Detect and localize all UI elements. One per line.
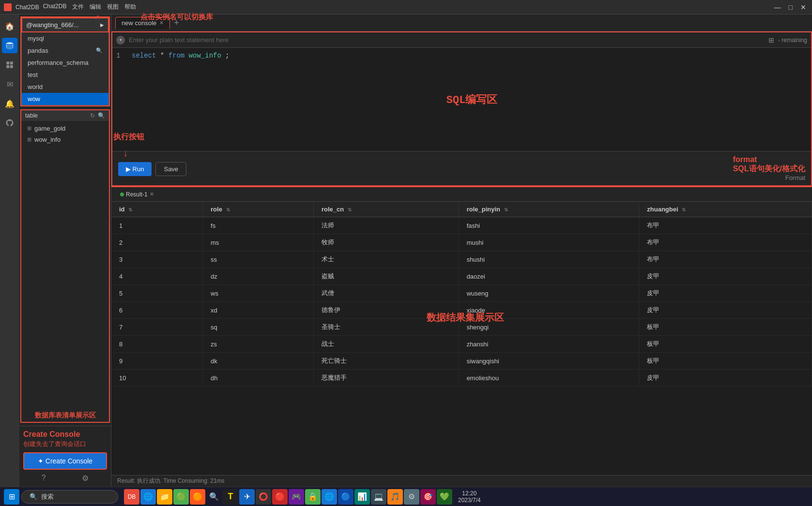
clock-time: 12:20 xyxy=(458,490,481,497)
menu-view[interactable]: 视图 xyxy=(107,3,119,11)
db-item-wow[interactable]: wow xyxy=(22,93,108,105)
db-item-pandas[interactable]: pandas 🔍 xyxy=(22,45,108,57)
taskbar-app-icons: DB 🌐 📁 🟢 🟠 🔍 T ✈ ⭕ 🔴 🎮 🔒 🌐 🔵 📊 💻 🎵 ⚙ 🎯 💚 xyxy=(124,489,452,505)
taskbar-search[interactable]: 🔍 搜索 xyxy=(21,490,118,504)
table-row: 3ss术士shushi布甲 xyxy=(111,251,812,268)
run-button[interactable]: ▶ Run xyxy=(118,162,152,176)
taskbar-icon-3[interactable]: 🟢 xyxy=(173,489,189,505)
col-header-role[interactable]: role ⇅ xyxy=(203,202,314,217)
sidebar-icon-bell[interactable]: 🔔 xyxy=(2,96,17,111)
start-button[interactable]: ⊞ xyxy=(4,489,19,505)
table-item-game-gold[interactable]: ⊞ game_gold xyxy=(21,123,109,134)
col-header-zhuangbei[interactable]: zhuangbei ⇅ xyxy=(639,202,812,217)
sidebar: 🏠 ✉ 🔔 @wangting_666/... ▶ xyxy=(0,15,111,487)
close-button[interactable]: ✕ xyxy=(798,3,808,11)
taskbar-search-icon-app[interactable]: 🔍 xyxy=(206,489,222,505)
taskbar-chat2db-icon[interactable]: DB xyxy=(124,489,139,505)
result-tab-1[interactable]: Result-1 ✕ xyxy=(115,189,159,200)
taskbar-icon-circle[interactable]: ⭕ xyxy=(256,489,271,505)
search-table-icon[interactable]: 🔍 xyxy=(98,112,105,119)
cell-role_pinyin: daozei xyxy=(459,268,639,285)
db-item-mysql[interactable]: mysql xyxy=(22,32,108,45)
code-editor[interactable]: 1 select * from wow_info ; SQL编写区 xyxy=(112,48,811,151)
add-tab-button[interactable]: + xyxy=(172,18,181,28)
sort-icon-zhuangbei: ⇅ xyxy=(682,207,686,212)
sidebar-icon-github[interactable] xyxy=(2,115,17,131)
cell-role_cn: 盗贼 xyxy=(313,268,459,285)
sql-editor-area: ✦ Enter your plain text statement here ⊞… xyxy=(111,31,812,186)
cell-role: ms xyxy=(203,234,314,251)
create-console-button[interactable]: ✦ Create Console xyxy=(23,452,107,470)
cell-zhuangbei: 布甲 xyxy=(639,234,812,251)
search-icon: 🔍 xyxy=(30,493,37,500)
db-item-test[interactable]: test xyxy=(22,69,108,81)
taskbar-t-icon[interactable]: T xyxy=(223,489,238,505)
maximize-button[interactable]: □ xyxy=(787,3,795,11)
result-table-container: 数据结果集展示区 id ⇅ role ⇅ xyxy=(111,202,812,475)
instance-header[interactable]: @wangting_666/... ▶ xyxy=(21,17,109,32)
sidebar-icon-mail[interactable]: ✉ xyxy=(2,76,17,92)
sidebar-panel: @wangting_666/... ▶ mysql pandas 🔍 xyxy=(19,15,111,487)
db-item-performance[interactable]: performance_schema xyxy=(22,57,108,69)
sidebar-icon-db[interactable] xyxy=(2,38,17,53)
taskbar-icon-12[interactable]: 🎯 xyxy=(420,489,436,505)
status-text: Result: 执行成功. Time Consuming: 21ms xyxy=(117,477,225,485)
sidebar-icon-query[interactable] xyxy=(2,57,17,73)
taskbar-icon-game[interactable]: 🎮 xyxy=(289,489,304,505)
app-name: Chat2DB xyxy=(15,4,39,11)
taskbar-edge-icon[interactable]: 🌐 xyxy=(140,489,156,505)
svg-rect-3 xyxy=(6,65,9,68)
cell-role: xd xyxy=(203,302,314,319)
cell-role_cn: 牧师 xyxy=(313,234,459,251)
console-tab-new[interactable]: new console ✕ xyxy=(115,17,170,29)
col-header-role-pinyin[interactable]: role_pinyin ⇅ xyxy=(459,202,639,217)
db-dropdown: mysql pandas 🔍 performance_schema test xyxy=(21,32,109,105)
table-name-2: wow_info xyxy=(34,136,61,143)
table-row: 7sq圣骑士shengqi板甲 xyxy=(111,319,812,336)
settings-icon[interactable]: ⚙ xyxy=(82,474,89,483)
col-header-id[interactable]: id ⇅ xyxy=(111,202,203,217)
result-table: id ⇅ role ⇅ role_cn ⇅ xyxy=(111,202,812,387)
cell-role_pinyin: xiaode xyxy=(459,302,639,319)
table-row: 9dk死亡骑士siwangqishi板甲 xyxy=(111,353,812,370)
help-icon[interactable]: ? xyxy=(42,474,46,483)
db-item-world[interactable]: world xyxy=(22,81,108,93)
tab-close-icon[interactable]: ✕ xyxy=(159,20,164,26)
menu-edit[interactable]: 编辑 xyxy=(90,3,101,11)
taskbar-icon-10[interactable]: 🎵 xyxy=(387,489,403,505)
result-tab-close[interactable]: ✕ xyxy=(150,191,154,197)
title-bar-left: Chat2DB Chat2DB 文件 编辑 视图 帮助 xyxy=(4,3,136,11)
code-star: * xyxy=(160,52,169,60)
title-bar: Chat2DB Chat2DB 文件 编辑 视图 帮助 — □ ✕ xyxy=(0,0,812,15)
taskbar-icon-11[interactable]: ⚙ xyxy=(404,489,419,505)
menu-chat2db[interactable]: Chat2DB xyxy=(43,3,67,11)
format-button[interactable]: Format xyxy=(785,174,805,181)
table-item-wow-info[interactable]: ⊞ wow_info xyxy=(21,134,109,145)
col-header-role-cn[interactable]: role_cn ⇅ xyxy=(313,202,459,217)
cell-role: dz xyxy=(203,268,314,285)
line-number: 1 xyxy=(116,52,126,60)
taskbar-icon-9[interactable]: 💻 xyxy=(371,489,386,505)
taskbar-plane-icon[interactable]: ✈ xyxy=(239,489,255,505)
db-table-annotation: 数据库表清单展示区 xyxy=(21,409,109,422)
sidebar-icon-home[interactable]: 🏠 xyxy=(2,18,17,34)
refresh-icon[interactable]: ↻ xyxy=(90,112,95,119)
taskbar-icon-8[interactable]: 📊 xyxy=(354,489,370,505)
menu-help[interactable]: 帮助 xyxy=(124,3,136,11)
taskbar-icon-13[interactable]: 💚 xyxy=(437,489,452,505)
console-tabs-bar: new console ✕ + xyxy=(111,15,812,31)
taskbar-icon-6[interactable]: 🌐 xyxy=(322,489,337,505)
minimize-button[interactable]: — xyxy=(772,3,783,11)
result-table-body: 1fs法师fashi布甲2ms牧师mushi布甲3ss术士shushi布甲4dz… xyxy=(111,217,812,387)
taskbar-icon-5[interactable]: 🔒 xyxy=(305,489,321,505)
taskbar-icon-4[interactable]: 🟠 xyxy=(190,489,205,505)
cell-role: ss xyxy=(203,251,314,268)
taskbar-file-icon[interactable]: 📁 xyxy=(157,489,172,505)
format-annotation: formatSQL语句美化/格式化 xyxy=(733,155,805,174)
svg-rect-2 xyxy=(10,61,13,64)
cell-zhuangbei: 皮甲 xyxy=(639,268,812,285)
taskbar-icon-red[interactable]: 🔴 xyxy=(272,489,288,505)
save-button[interactable]: Save xyxy=(155,162,186,176)
menu-file[interactable]: 文件 xyxy=(72,3,84,11)
taskbar-icon-7[interactable]: 🔵 xyxy=(338,489,353,505)
